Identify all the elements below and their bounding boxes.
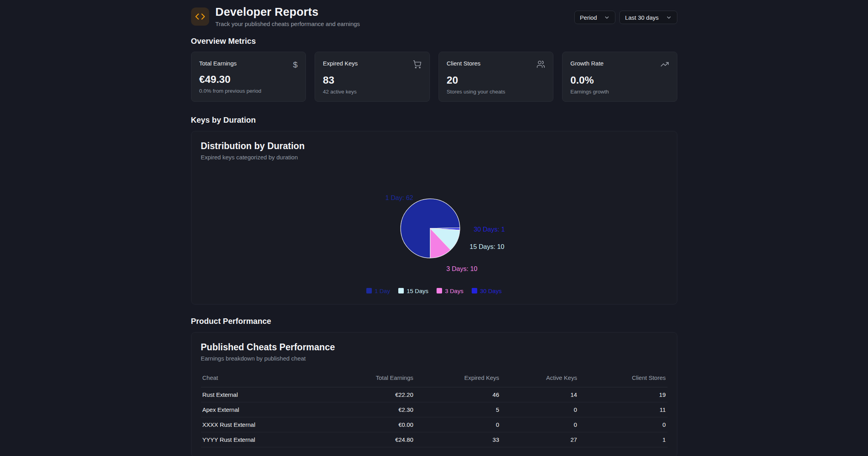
legend-label: 3 Days bbox=[445, 288, 463, 294]
metric-subtext: 42 active keys bbox=[323, 89, 422, 95]
legend-label: 15 Days bbox=[407, 288, 428, 294]
expired-keys-card: Expired Keys 83 42 active keys bbox=[315, 52, 430, 102]
metric-value: 83 bbox=[323, 74, 422, 86]
date-range-dropdown[interactable]: Last 30 days bbox=[619, 11, 677, 24]
pie-label: 15 Days: 10 bbox=[469, 243, 504, 250]
metric-subtext: 0.0% from previous period bbox=[199, 88, 298, 94]
table-header-row: Cheat Total Earnings Expired Keys Active… bbox=[201, 369, 667, 387]
metric-label: Growth Rate bbox=[570, 60, 604, 67]
client-stores-card: Client Stores 20 Stores using your cheat… bbox=[439, 52, 554, 102]
overview-metrics-heading: Overview Metrics bbox=[191, 37, 677, 46]
expired-keys-cell: 46 bbox=[415, 387, 501, 402]
cheat-name-cell: XXXX Rust External bbox=[201, 417, 329, 432]
metric-label: Client Stores bbox=[447, 60, 481, 67]
growth-rate-card: Growth Rate 0.0% Earnings growth bbox=[562, 52, 677, 102]
expired-keys-cell: 0 bbox=[415, 417, 501, 432]
legend-item-15-days[interactable]: 15 Days bbox=[398, 287, 428, 295]
code-icon bbox=[191, 7, 209, 26]
metric-value: €49.30 bbox=[199, 73, 298, 86]
client-stores-cell: 11 bbox=[579, 402, 667, 417]
chevron-down-icon bbox=[666, 15, 672, 21]
distribution-panel-subtitle: Expired keys categorized by duration bbox=[201, 154, 667, 161]
metric-value: 20 bbox=[447, 74, 546, 86]
client-stores-cell: 0 bbox=[579, 417, 667, 432]
pie-chart-svg: 1 Day: 6230 Days: 115 Days: 103 Days: 10 bbox=[201, 164, 668, 283]
table-row: Rust External €22.20 46 14 19 bbox=[201, 387, 667, 402]
cheat-name-cell: YYYY Rust External bbox=[201, 432, 329, 447]
active-keys-cell: 27 bbox=[501, 432, 579, 447]
chevron-down-icon bbox=[604, 15, 610, 21]
pie-label: 3 Days: 10 bbox=[446, 265, 477, 272]
legend-label: 1 Day bbox=[375, 288, 390, 294]
cheats-performance-table: Cheat Total Earnings Expired Keys Active… bbox=[201, 369, 667, 447]
trend-up-icon bbox=[660, 60, 669, 70]
pie-label: 30 Days: 1 bbox=[473, 226, 504, 233]
pie-label: 1 Day: 62 bbox=[385, 194, 413, 201]
legend-swatch bbox=[437, 288, 442, 293]
table-row: XXXX Rust External €0.00 0 0 0 bbox=[201, 417, 667, 432]
column-header-active-keys: Active Keys bbox=[501, 369, 579, 387]
users-icon bbox=[536, 60, 545, 70]
table-row: YYYY Rust External €24.80 33 27 1 bbox=[201, 432, 667, 447]
performance-panel-title: Published Cheats Performance bbox=[201, 342, 667, 353]
developer-reports-page: Developer Reports Track your published c… bbox=[191, 0, 677, 456]
column-header-cheat: Cheat bbox=[201, 369, 329, 387]
active-keys-cell: 0 bbox=[501, 417, 579, 432]
metric-label: Expired Keys bbox=[323, 60, 358, 67]
keys-by-duration-heading: Keys by Duration bbox=[191, 116, 677, 125]
column-header-total-earnings: Total Earnings bbox=[329, 369, 415, 387]
active-keys-cell: 0 bbox=[501, 402, 579, 417]
page-title: Developer Reports bbox=[216, 6, 360, 19]
legend-item-1-day[interactable]: 1 Day bbox=[366, 287, 390, 295]
client-stores-cell: 1 bbox=[579, 432, 667, 447]
metric-subtext: Stores using your cheats bbox=[447, 89, 546, 95]
legend-swatch bbox=[398, 288, 404, 293]
total-earnings-cell: €22.20 bbox=[329, 387, 415, 402]
total-earnings-cell: €2.30 bbox=[329, 402, 415, 417]
duration-pie-chart[interactable]: 1 Day: 6230 Days: 115 Days: 103 Days: 10 bbox=[201, 164, 667, 283]
table-row: Apex External €2.30 5 0 11 bbox=[201, 402, 667, 417]
cheat-name-cell: Apex External bbox=[201, 402, 329, 417]
active-keys-cell: 14 bbox=[501, 387, 579, 402]
cheat-name-cell: Rust External bbox=[201, 387, 329, 402]
performance-panel: Published Cheats Performance Earnings br… bbox=[191, 332, 677, 456]
performance-panel-subtitle: Earnings breakdown by published cheat bbox=[201, 355, 667, 362]
legend-label: 30 Days bbox=[480, 288, 502, 294]
column-header-client-stores: Client Stores bbox=[579, 369, 667, 387]
legend-item-3-days[interactable]: 3 Days bbox=[437, 287, 463, 295]
legend-swatch bbox=[472, 288, 477, 293]
metric-label: Total Earnings bbox=[199, 60, 237, 67]
page-header: Developer Reports Track your published c… bbox=[191, 6, 677, 27]
dollar-icon: $ bbox=[293, 60, 298, 69]
page-subtitle: Track your published cheats performance … bbox=[216, 21, 360, 27]
column-header-expired-keys: Expired Keys bbox=[415, 369, 501, 387]
metric-subtext: Earnings growth bbox=[570, 89, 669, 95]
product-performance-heading: Product Performance bbox=[191, 317, 677, 326]
period-dropdown-label: Period bbox=[580, 14, 597, 21]
client-stores-cell: 19 bbox=[579, 387, 667, 402]
distribution-panel-title: Distribution by Duration bbox=[201, 141, 667, 151]
metric-value: 0.0% bbox=[570, 74, 669, 86]
metric-cards: Total Earnings $ €49.30 0.0% from previo… bbox=[191, 52, 677, 102]
period-dropdown[interactable]: Period bbox=[574, 11, 615, 24]
expired-keys-cell: 5 bbox=[415, 402, 501, 417]
expired-keys-cell: 33 bbox=[415, 432, 501, 447]
total-earnings-cell: €0.00 bbox=[329, 417, 415, 432]
total-earnings-card: Total Earnings $ €49.30 0.0% from previo… bbox=[191, 52, 306, 102]
legend-swatch bbox=[366, 288, 372, 293]
pie-chart-legend: 1 Day15 Days3 Days30 Days bbox=[201, 287, 667, 295]
legend-item-30-days[interactable]: 30 Days bbox=[472, 287, 502, 295]
date-range-value: Last 30 days bbox=[625, 14, 658, 21]
total-earnings-cell: €24.80 bbox=[329, 432, 415, 447]
cart-icon bbox=[413, 60, 422, 70]
distribution-panel: Distribution by Duration Expired keys ca… bbox=[191, 131, 677, 305]
